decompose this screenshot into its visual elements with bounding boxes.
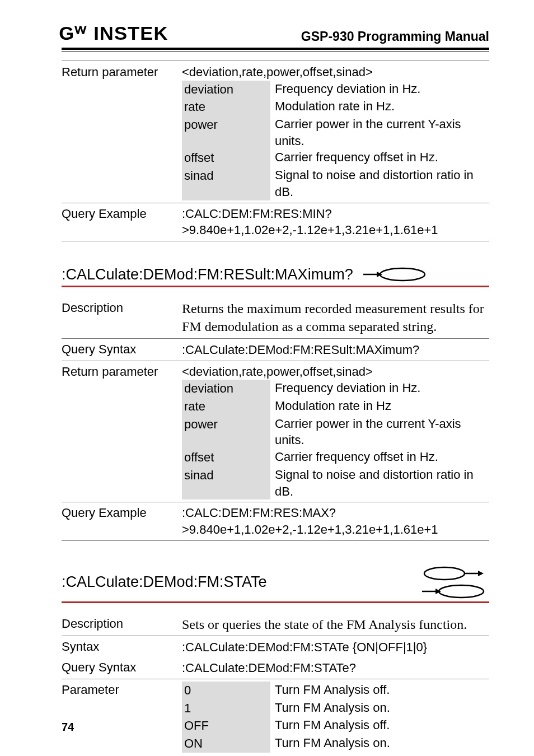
- kv-desc: Turn FM Analysis on.: [275, 699, 489, 717]
- query-example-label: Query Example: [62, 206, 182, 221]
- kv-desc: Turn FM Analysis off.: [275, 682, 489, 699]
- kv-row: sinadSignal to noise and distortion rati…: [182, 167, 489, 200]
- kv-key: offset: [182, 449, 270, 466]
- query-example-line: >9.840e+1,1.02e+2,-1.12e+1,3.21e+1,1.61e…: [182, 521, 489, 538]
- kv-desc: Turn FM Analysis on.: [275, 735, 489, 753]
- query-example-line: >9.840e+1,1.02e+2,-1.12e+1,3.21e+1,1.61e…: [182, 222, 489, 239]
- kv-desc: Frequency deviation in Hz.: [275, 380, 489, 398]
- kv-key: sinad: [182, 466, 270, 500]
- query-example-line: :CALC:DEM:FM:RES:MIN?: [182, 206, 489, 222]
- parameter-label: Parameter: [62, 682, 182, 697]
- return-parameter-head: <deviation,rate,power,offset,sinad>: [182, 363, 489, 380]
- syntax-label: Syntax: [62, 638, 182, 654]
- header-rule-thick: [62, 48, 489, 50]
- kv-row: powerCarrier power in the current Y-axis…: [182, 116, 489, 149]
- kv-desc: Carrier power in the current Y-axis unit…: [275, 116, 489, 149]
- kv-key: ON: [182, 735, 270, 753]
- description-text: Returns the maximum recorded measurement…: [182, 301, 484, 334]
- kv-list: 0Turn FM Analysis off. 1Turn FM Analysis…: [182, 682, 489, 753]
- kv-desc: Signal to noise and distortion ratio in …: [275, 167, 489, 200]
- kv-desc: Modulation rate in Hz.: [275, 98, 489, 116]
- kv-list: deviationFrequency deviation in Hz. rate…: [182, 81, 489, 200]
- section-rule: [62, 286, 489, 287]
- kv-row: OFFTurn FM Analysis off.: [182, 717, 489, 735]
- syntax-text: :CALCulate:DEMod:FM:STATe {ON|OFF|1|0}: [182, 640, 427, 654]
- svg-point-2: [380, 268, 425, 281]
- return-parameter-label: Return parameter: [62, 64, 182, 80]
- description-block: Description Sets or queries the state of…: [62, 615, 489, 753]
- query-example-line: :CALC:DEM:FM:RES:MAX?: [182, 505, 489, 521]
- kv-row: 1Turn FM Analysis on.: [182, 699, 489, 717]
- kv-desc: Carrier frequency offset in Hz.: [275, 449, 489, 466]
- kv-row: rateModulation rate in Hz.: [182, 98, 489, 116]
- kv-desc: Modulation rate in Hz: [275, 398, 489, 416]
- kv-row: ONTurn FM Analysis on.: [182, 735, 489, 753]
- description-block: Description Returns the maximum recorded…: [62, 300, 489, 541]
- description-label: Description: [62, 615, 182, 631]
- svg-marker-5: [478, 571, 484, 576]
- kv-row: powerCarrier power in the current Y-axis…: [182, 416, 489, 449]
- vendor-logo: Gᵂ INSTEK: [59, 22, 168, 44]
- query-syntax-label: Query Syntax: [62, 341, 182, 357]
- scpi-heading: :CALCulate:DEMod:FM:RESult:MAXimum?: [62, 266, 489, 283]
- page-number: 74: [62, 721, 74, 734]
- kv-key: rate: [182, 398, 270, 416]
- kv-desc: Carrier frequency offset in Hz.: [275, 149, 489, 167]
- kv-desc: Frequency deviation in Hz.: [275, 81, 489, 99]
- kv-row: deviationFrequency deviation in Hz.: [182, 380, 489, 398]
- kv-row: 0Turn FM Analysis off.: [182, 682, 489, 699]
- query-syntax-text: :CALCulate:DEMod:FM:STATe?: [182, 661, 356, 675]
- scpi-command-title: :CALCulate:DEMod:FM:RESult:MAXimum?: [62, 266, 353, 283]
- kv-row: offsetCarrier frequency offset in Hz.: [182, 449, 489, 466]
- kv-row: rateModulation rate in Hz: [182, 398, 489, 416]
- kv-key: 1: [182, 699, 270, 717]
- return-parameter-head: <deviation,rate,power,offset,sinad>: [182, 64, 489, 81]
- return-parameter-label: Return parameter: [62, 363, 182, 379]
- kv-list: deviationFrequency deviation in Hz. rate…: [182, 380, 489, 500]
- manual-title: GSP-930 Programming Manual: [301, 29, 489, 44]
- kv-key: power: [182, 416, 270, 449]
- scpi-command-title: :CALCulate:DEMod:FM:STATe: [62, 573, 267, 591]
- kv-key: rate: [182, 98, 270, 116]
- svg-point-8: [439, 585, 484, 598]
- kv-desc: Carrier power in the current Y-axis unit…: [275, 416, 489, 449]
- kv-key: deviation: [182, 81, 270, 99]
- kv-row: sinadSignal to noise and distortion rati…: [182, 466, 489, 500]
- svg-point-3: [424, 567, 465, 580]
- kv-key: sinad: [182, 167, 270, 200]
- kv-key: power: [182, 116, 270, 149]
- description-text: Sets or queries the state of the FM Anal…: [182, 617, 467, 632]
- query-glyph-icon: [363, 267, 430, 282]
- header-rule-thin: [62, 52, 489, 52]
- kv-key: 0: [182, 682, 270, 699]
- return-parameter-block: Return parameter <deviation,rate,power,o…: [62, 60, 489, 241]
- kv-row: offsetCarrier frequency offset in Hz.: [182, 149, 489, 167]
- kv-key: OFF: [182, 717, 270, 735]
- set-query-glyph-icon: [422, 566, 489, 599]
- query-syntax-text: :CALCulate:DEMod:FM:RESult:MAXimum?: [182, 343, 419, 357]
- kv-desc: Turn FM Analysis off.: [275, 717, 489, 735]
- kv-desc: Signal to noise and distortion ratio in …: [275, 466, 489, 500]
- query-syntax-label: Query Syntax: [62, 659, 182, 675]
- page-header: Gᵂ INSTEK GSP-930 Programming Manual: [62, 22, 489, 44]
- query-example-label: Query Example: [62, 505, 182, 520]
- scpi-heading: :CALCulate:DEMod:FM:STATe: [62, 566, 489, 599]
- kv-key: deviation: [182, 380, 270, 398]
- section-rule: [62, 601, 489, 603]
- kv-key: offset: [182, 149, 270, 167]
- kv-row: deviationFrequency deviation in Hz.: [182, 81, 489, 99]
- description-label: Description: [62, 300, 182, 315]
